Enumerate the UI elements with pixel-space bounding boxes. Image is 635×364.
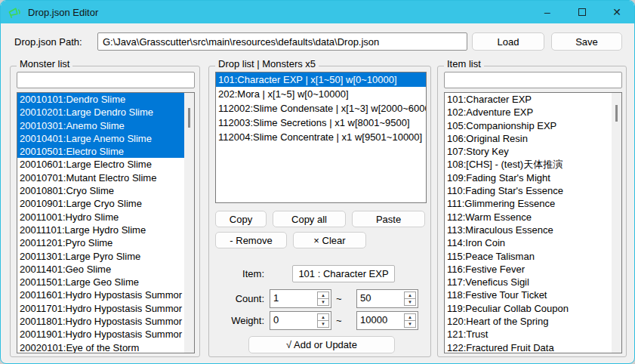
list-item[interactable]: 120:Heart of the Spring [445,315,612,328]
list-item[interactable]: 112004:Slime Concentrate | x1 w[9501~100… [216,130,426,144]
list-item[interactable]: 110:Fading Star's Essence [445,184,612,197]
spin-down-icon[interactable]: ▼ [405,321,415,327]
list-item[interactable]: 106:Original Resin [445,132,612,145]
list-item[interactable]: 20010301:Anemo Slime [17,119,184,132]
list-item[interactable]: 109:Fading Star's Might [445,171,612,184]
list-item[interactable]: 101:Character EXP | x[1~50] w[0~10000] [216,72,426,87]
list-item[interactable]: 112:Warm Essence [445,211,612,224]
title-bar: Drop.json Editor – ✕ [1,1,634,23]
paste-button[interactable]: Paste [352,211,425,227]
item-label: Item: [209,268,264,279]
list-item[interactable]: 118:Festive Tour Ticket [445,288,612,301]
window-controls: – ✕ [530,1,634,23]
list-item[interactable]: 102:Adventure EXP [445,106,612,119]
list-item[interactable]: 108:[CHS] - (test)天体推演 [445,158,612,171]
monster-filter-input[interactable] [17,72,195,88]
list-item[interactable]: 20010801:Cryo Slime [17,184,184,197]
count-max-stepper[interactable]: ▲ ▼ [404,292,416,306]
path-label: Drop.json Path: [14,36,82,48]
list-item[interactable]: 101:Character EXP [445,93,612,106]
list-item[interactable]: 20011901:Hydro Hypostasis Summor [17,328,184,341]
weight-min-value: 0 [270,312,316,329]
window-title: Drop.json Editor [28,7,98,18]
weight-range-separator: ~ [336,315,342,326]
list-item[interactable]: 113:Miraculous Essence [445,224,612,236]
spin-up-icon[interactable]: ▲ [405,314,415,321]
spin-up-icon[interactable]: ▲ [318,292,328,299]
load-button[interactable]: Load [472,32,544,51]
save-button[interactable]: Save [551,32,622,51]
weight-max-value: 10000 [357,312,402,329]
weight-max-stepper[interactable]: ▲ ▼ [404,313,416,328]
monster-scrollbar[interactable] [184,93,194,353]
weight-max-spinbox[interactable]: 10000 ▲ ▼ [356,311,418,330]
add-or-update-button[interactable]: √ Add or Update [248,336,395,353]
list-item[interactable]: 20010401:Large Anemo Slime [17,132,184,145]
list-item[interactable]: 117:Veneficus Sigil [445,276,612,288]
list-item[interactable]: 20010101:Dendro Slime [17,93,184,106]
list-item[interactable]: 20011501:Large Geo Slime [17,276,184,288]
item-filter-input[interactable] [444,72,622,88]
item-scrollbar[interactable] [612,93,621,353]
maximize-icon [578,8,586,16]
close-icon: ✕ [612,6,621,18]
list-item[interactable]: 112003:Slime Secretions | x1 w[8001~9500… [216,116,426,130]
list-item[interactable]: 202:Mora | x[1~5] w[0~10000] [216,87,426,101]
item-list-groupbox: Item list 101:Character EXP102:Adventure… [437,66,627,357]
list-item[interactable]: 20010201:Large Dendro Slime [17,106,184,119]
count-min-value: 1 [270,290,316,307]
list-item[interactable]: 20010501:Electro Slime [17,145,184,158]
copy-all-button[interactable]: Copy all [273,211,346,227]
item-list-title: Item list [444,58,484,69]
list-item[interactable]: 115:Peace Talisman [445,250,612,263]
list-item[interactable]: 105:Companionship EXP [445,119,612,132]
list-item[interactable]: 20011801:Hydro Hypostasis Summor [17,315,184,328]
list-item[interactable]: 119:Peculiar Collab Coupon [445,302,612,315]
remove-button[interactable]: - Remove [215,232,287,248]
list-item[interactable]: 20010601:Large Electro Slime [17,158,184,171]
megaphone-icon [8,5,22,20]
count-max-spinbox[interactable]: 50 ▲ ▼ [356,289,418,308]
minimize-button[interactable]: – [530,1,565,23]
list-item[interactable]: 116:Festive Fever [445,263,612,276]
list-item[interactable]: 121:Trust [445,328,612,341]
list-item[interactable]: 107:Story Key [445,145,612,158]
list-item[interactable]: 20011301:Large Pyro Slime [17,250,184,263]
list-item[interactable]: 20011701:Hydro Hypostasis Summor [17,302,184,315]
drop-json-editor-window: Drop.json Editor – ✕ Drop.json Path: Loa… [0,0,635,364]
list-item[interactable]: 20011401:Geo Slime [17,263,184,276]
spin-down-icon[interactable]: ▼ [405,299,415,305]
minimize-icon: – [544,6,550,18]
list-item[interactable]: 114:Iron Coin [445,236,612,249]
list-item[interactable]: 20011601:Hydro Hypostasis Summor [17,288,184,301]
path-input[interactable] [97,32,467,51]
list-item[interactable]: 20020101:Eye of the Storm [17,341,184,353]
count-max-value: 50 [357,290,402,307]
list-item[interactable]: 20011101:Large Hydro Slime [17,224,184,236]
weight-min-stepper[interactable]: ▲ ▼ [317,313,329,328]
spin-down-icon[interactable]: ▼ [318,299,328,305]
list-item[interactable]: 112002:Slime Condensate | x[1~3] w[2000~… [216,101,426,116]
count-range-separator: ~ [336,293,342,304]
count-label: Count: [209,293,264,304]
drop-listbox: 101:Character EXP | x[1~50] w[0~10000]20… [215,72,427,203]
clear-button[interactable]: × Clear [293,232,366,248]
list-item[interactable]: 111:Glimmering Essence [445,197,612,210]
count-min-spinbox[interactable]: 1 ▲ ▼ [270,289,331,308]
item-scrollbar-thumb[interactable] [615,105,618,122]
copy-button[interactable]: Copy [215,211,267,227]
count-min-stepper[interactable]: ▲ ▼ [317,292,329,306]
list-item[interactable]: 20011001:Hydro Slime [17,211,184,224]
spin-up-icon[interactable]: ▲ [318,314,328,321]
list-item[interactable]: 20010901:Large Cryo Slime [17,197,184,210]
monster-scrollbar-thumb[interactable] [188,108,190,128]
spin-up-icon[interactable]: ▲ [405,292,415,299]
list-item[interactable]: 20011201:Pyro Slime [17,236,184,249]
list-item[interactable]: 122:Fractured Fruit Data [445,341,612,353]
weight-min-spinbox[interactable]: 0 ▲ ▼ [270,311,331,330]
item-field[interactable]: 101 : Character EXP [292,265,395,282]
list-item[interactable]: 20010701:Mutant Electro Slime [17,171,184,184]
maximize-button[interactable] [565,1,600,23]
spin-down-icon[interactable]: ▼ [318,321,328,327]
close-button[interactable]: ✕ [600,1,634,23]
